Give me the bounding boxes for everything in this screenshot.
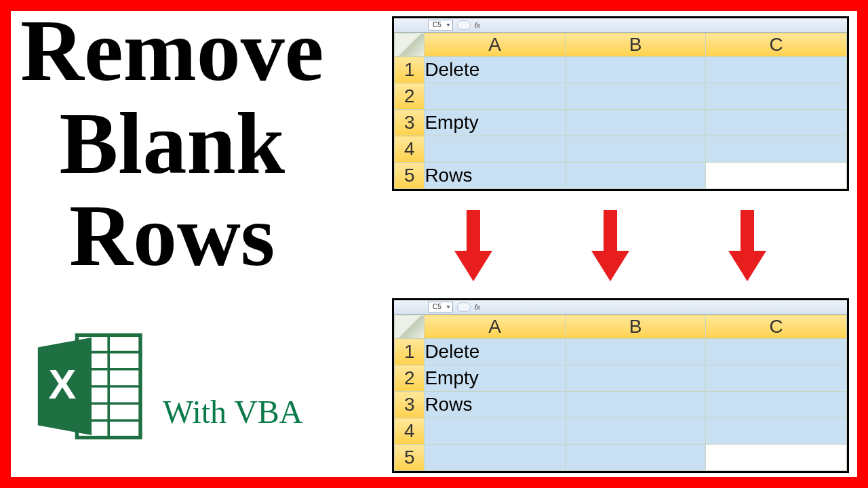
- row-header[interactable]: 3: [395, 110, 425, 136]
- down-arrow-icon: [734, 210, 761, 285]
- spreadsheet-after: C5 fx A B C 1 Delete 2 Empty 3 Rows 4: [392, 298, 849, 473]
- cell[interactable]: Rows: [425, 163, 566, 189]
- cell[interactable]: [565, 365, 706, 392]
- col-header-c[interactable]: C: [706, 33, 847, 57]
- row-header[interactable]: 4: [395, 136, 425, 163]
- col-header-a[interactable]: A: [425, 33, 566, 57]
- col-header-b[interactable]: B: [565, 33, 706, 57]
- active-cell[interactable]: [706, 445, 847, 471]
- name-box[interactable]: C5: [428, 20, 453, 30]
- fx-pill[interactable]: [457, 302, 471, 312]
- cell[interactable]: [706, 83, 847, 110]
- down-arrow-icon: [597, 210, 624, 285]
- select-all-corner[interactable]: [395, 33, 425, 57]
- col-header-b[interactable]: B: [565, 315, 706, 339]
- title-line-1: Remove: [20, 4, 324, 97]
- cell[interactable]: [565, 339, 706, 365]
- row-header[interactable]: 2: [395, 83, 425, 110]
- name-bar: C5 fx: [394, 300, 847, 314]
- cell[interactable]: Rows: [425, 392, 566, 418]
- title-line-2: Blank: [20, 97, 324, 190]
- cell[interactable]: [565, 57, 706, 83]
- cell[interactable]: [565, 163, 706, 189]
- cell[interactable]: [706, 418, 847, 445]
- svg-text:X: X: [48, 361, 76, 407]
- cell[interactable]: [565, 418, 706, 445]
- active-cell[interactable]: [706, 163, 847, 189]
- fx-label: fx: [475, 303, 481, 311]
- fx-label: fx: [475, 21, 481, 29]
- cell[interactable]: [425, 136, 566, 163]
- row-header[interactable]: 1: [395, 339, 425, 365]
- row-header[interactable]: 3: [395, 392, 425, 418]
- row-header[interactable]: 5: [395, 163, 425, 189]
- col-header-a[interactable]: A: [425, 315, 566, 339]
- cell[interactable]: [425, 418, 566, 445]
- cell[interactable]: [706, 339, 847, 365]
- cell[interactable]: [565, 445, 706, 471]
- cell[interactable]: [706, 365, 847, 392]
- name-bar: C5 fx: [394, 18, 847, 33]
- row-header[interactable]: 1: [395, 57, 425, 83]
- subtitle-text: With VBA: [163, 393, 303, 430]
- row-header[interactable]: 4: [395, 418, 425, 445]
- cell[interactable]: [706, 110, 847, 136]
- title-line-3: Rows: [20, 189, 324, 282]
- col-header-c[interactable]: C: [706, 315, 847, 339]
- cell[interactable]: [706, 136, 847, 163]
- cell[interactable]: Empty: [425, 110, 566, 136]
- cell[interactable]: Delete: [425, 339, 566, 365]
- main-title: Remove Blank Rows: [20, 4, 324, 282]
- row-header[interactable]: 2: [395, 365, 425, 392]
- name-box[interactable]: C5: [428, 302, 453, 312]
- down-arrow-icon: [460, 210, 487, 285]
- grid-after: A B C 1 Delete 2 Empty 3 Rows 4 5: [394, 314, 847, 471]
- row-header[interactable]: 5: [395, 445, 425, 471]
- cell[interactable]: Empty: [425, 365, 566, 392]
- cell[interactable]: [565, 136, 706, 163]
- excel-icon: X: [31, 325, 153, 447]
- select-all-corner[interactable]: [395, 315, 425, 339]
- cell[interactable]: Delete: [425, 57, 566, 83]
- cell[interactable]: [565, 392, 706, 418]
- cell[interactable]: [565, 83, 706, 110]
- cell[interactable]: [706, 57, 847, 83]
- cell[interactable]: [706, 392, 847, 418]
- fx-pill[interactable]: [457, 20, 471, 30]
- cell[interactable]: [425, 83, 566, 110]
- spreadsheet-before: C5 fx A B C 1 Delete 2 3 Empty 4: [392, 16, 849, 191]
- cell[interactable]: [425, 445, 566, 471]
- cell[interactable]: [565, 110, 706, 136]
- grid-before: A B C 1 Delete 2 3 Empty 4 5 Rows: [394, 33, 847, 189]
